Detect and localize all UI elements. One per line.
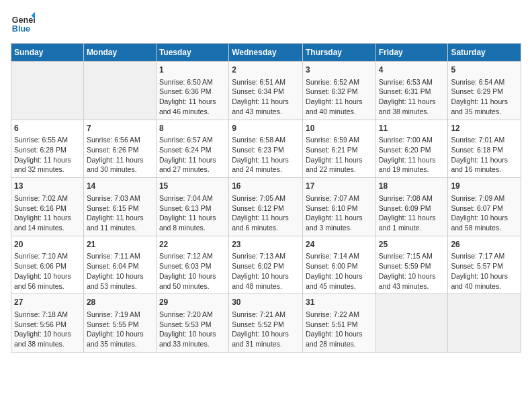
day-number: 18 — [379, 181, 445, 192]
day-info: Sunrise: 6:50 AMSunset: 6:36 PMDaylight:… — [159, 77, 226, 117]
calendar-cell: 16Sunrise: 7:05 AMSunset: 6:12 PMDayligh… — [229, 178, 303, 236]
day-info: Sunrise: 7:05 AMSunset: 6:12 PMDaylight:… — [232, 193, 300, 233]
day-number: 13 — [14, 181, 81, 192]
day-info: Sunrise: 7:17 AMSunset: 5:57 PMDaylight:… — [451, 251, 518, 291]
calendar-cell: 14Sunrise: 7:03 AMSunset: 6:15 PMDayligh… — [83, 178, 156, 236]
day-number: 3 — [306, 64, 373, 76]
calendar-cell — [11, 62, 84, 120]
day-number: 22 — [159, 239, 226, 250]
day-info: Sunrise: 7:02 AMSunset: 6:16 PMDaylight:… — [14, 193, 81, 233]
day-number: 27 — [14, 297, 81, 308]
day-info: Sunrise: 7:09 AMSunset: 6:07 PMDaylight:… — [451, 193, 518, 233]
day-info: Sunrise: 7:20 AMSunset: 5:53 PMDaylight:… — [159, 310, 226, 349]
day-info: Sunrise: 7:14 AMSunset: 6:00 PMDaylight:… — [306, 251, 373, 291]
day-info: Sunrise: 7:01 AMSunset: 6:18 PMDaylight:… — [451, 135, 518, 175]
day-number: 17 — [306, 181, 373, 192]
day-number: 4 — [379, 64, 445, 76]
day-info: Sunrise: 6:52 AMSunset: 6:32 PMDaylight:… — [306, 77, 373, 117]
calendar-cell: 25Sunrise: 7:15 AMSunset: 5:59 PMDayligh… — [375, 236, 448, 294]
logo: General Blue — [11, 11, 35, 35]
day-number: 1 — [159, 64, 226, 76]
calendar-cell: 5Sunrise: 6:54 AMSunset: 6:29 PMDaylight… — [448, 62, 521, 120]
calendar-cell — [83, 62, 156, 120]
day-number: 10 — [306, 123, 373, 134]
day-info: Sunrise: 6:59 AMSunset: 6:21 PMDaylight:… — [306, 135, 373, 175]
day-info: Sunrise: 6:53 AMSunset: 6:31 PMDaylight:… — [379, 77, 445, 117]
weekday-header-monday: Monday — [83, 44, 156, 62]
weekday-header-thursday: Thursday — [302, 44, 375, 62]
calendar-cell: 11Sunrise: 7:00 AMSunset: 6:20 PMDayligh… — [375, 120, 448, 178]
day-number: 28 — [87, 297, 153, 308]
calendar-cell: 13Sunrise: 7:02 AMSunset: 6:16 PMDayligh… — [11, 178, 84, 236]
day-number: 19 — [451, 181, 518, 192]
day-info: Sunrise: 7:18 AMSunset: 5:56 PMDaylight:… — [14, 310, 81, 349]
calendar-cell: 26Sunrise: 7:17 AMSunset: 5:57 PMDayligh… — [448, 236, 521, 294]
calendar-cell: 29Sunrise: 7:20 AMSunset: 5:53 PMDayligh… — [156, 294, 228, 353]
day-number: 23 — [232, 239, 300, 250]
day-info: Sunrise: 6:51 AMSunset: 6:34 PMDaylight:… — [232, 77, 300, 117]
day-info: Sunrise: 6:56 AMSunset: 6:26 PMDaylight:… — [87, 135, 153, 175]
day-info: Sunrise: 7:07 AMSunset: 6:10 PMDaylight:… — [306, 193, 373, 233]
day-info: Sunrise: 7:08 AMSunset: 6:09 PMDaylight:… — [379, 193, 445, 233]
calendar-cell: 15Sunrise: 7:04 AMSunset: 6:13 PMDayligh… — [156, 178, 228, 236]
calendar-cell: 2Sunrise: 6:51 AMSunset: 6:34 PMDaylight… — [229, 62, 303, 120]
calendar-cell: 18Sunrise: 7:08 AMSunset: 6:09 PMDayligh… — [375, 178, 448, 236]
day-info: Sunrise: 7:10 AMSunset: 6:06 PMDaylight:… — [14, 251, 81, 291]
day-info: Sunrise: 7:15 AMSunset: 5:59 PMDaylight:… — [379, 251, 445, 291]
day-number: 25 — [379, 239, 445, 250]
calendar-cell: 7Sunrise: 6:56 AMSunset: 6:26 PMDaylight… — [83, 120, 156, 178]
day-number: 24 — [306, 239, 373, 250]
day-number: 5 — [451, 64, 518, 76]
calendar-cell: 4Sunrise: 6:53 AMSunset: 6:31 PMDaylight… — [375, 62, 448, 120]
calendar-cell — [448, 294, 521, 353]
day-info: Sunrise: 7:22 AMSunset: 5:51 PMDaylight:… — [306, 310, 373, 349]
day-number: 11 — [379, 123, 445, 134]
day-number: 16 — [232, 181, 300, 192]
calendar-cell: 12Sunrise: 7:01 AMSunset: 6:18 PMDayligh… — [448, 120, 521, 178]
day-info: Sunrise: 7:04 AMSunset: 6:13 PMDaylight:… — [159, 193, 226, 233]
day-info: Sunrise: 7:19 AMSunset: 5:55 PMDaylight:… — [87, 310, 153, 349]
day-number: 20 — [14, 239, 81, 250]
day-number: 9 — [232, 123, 300, 134]
day-number: 26 — [451, 239, 518, 250]
calendar-cell: 20Sunrise: 7:10 AMSunset: 6:06 PMDayligh… — [11, 236, 84, 294]
calendar-cell: 28Sunrise: 7:19 AMSunset: 5:55 PMDayligh… — [83, 294, 156, 353]
day-number: 7 — [87, 123, 153, 134]
weekday-header-friday: Friday — [375, 44, 448, 62]
day-info: Sunrise: 7:11 AMSunset: 6:04 PMDaylight:… — [87, 251, 153, 291]
day-number: 29 — [159, 297, 226, 308]
day-number: 12 — [451, 123, 518, 134]
day-number: 8 — [159, 123, 226, 134]
day-number: 2 — [232, 64, 300, 76]
calendar-cell: 17Sunrise: 7:07 AMSunset: 6:10 PMDayligh… — [302, 178, 375, 236]
day-number: 14 — [87, 181, 153, 192]
day-number: 6 — [14, 123, 81, 134]
calendar-cell — [375, 294, 448, 353]
logo-icon: General Blue — [11, 11, 35, 35]
calendar-table: SundayMondayTuesdayWednesdayThursdayFrid… — [11, 43, 521, 353]
calendar-cell: 21Sunrise: 7:11 AMSunset: 6:04 PMDayligh… — [83, 236, 156, 294]
calendar-cell: 9Sunrise: 6:58 AMSunset: 6:23 PMDaylight… — [229, 120, 303, 178]
calendar-cell: 3Sunrise: 6:52 AMSunset: 6:32 PMDaylight… — [302, 62, 375, 120]
calendar-cell: 27Sunrise: 7:18 AMSunset: 5:56 PMDayligh… — [11, 294, 84, 353]
weekday-header-wednesday: Wednesday — [229, 44, 303, 62]
calendar-cell: 24Sunrise: 7:14 AMSunset: 6:00 PMDayligh… — [302, 236, 375, 294]
weekday-header-sunday: Sunday — [11, 44, 84, 62]
day-info: Sunrise: 6:55 AMSunset: 6:28 PMDaylight:… — [14, 135, 81, 175]
page-header: General Blue — [11, 11, 521, 35]
day-info: Sunrise: 7:12 AMSunset: 6:03 PMDaylight:… — [159, 251, 226, 291]
calendar-cell: 22Sunrise: 7:12 AMSunset: 6:03 PMDayligh… — [156, 236, 228, 294]
day-info: Sunrise: 7:13 AMSunset: 6:02 PMDaylight:… — [232, 251, 300, 291]
day-info: Sunrise: 7:00 AMSunset: 6:20 PMDaylight:… — [379, 135, 445, 175]
calendar-cell: 31Sunrise: 7:22 AMSunset: 5:51 PMDayligh… — [302, 294, 375, 353]
weekday-header-tuesday: Tuesday — [156, 44, 228, 62]
day-info: Sunrise: 6:57 AMSunset: 6:24 PMDaylight:… — [159, 135, 226, 175]
day-number: 31 — [306, 297, 373, 308]
calendar-cell: 19Sunrise: 7:09 AMSunset: 6:07 PMDayligh… — [448, 178, 521, 236]
day-info: Sunrise: 7:03 AMSunset: 6:15 PMDaylight:… — [87, 193, 153, 233]
day-info: Sunrise: 7:21 AMSunset: 5:52 PMDaylight:… — [232, 310, 300, 349]
day-number: 15 — [159, 181, 226, 192]
calendar-cell: 1Sunrise: 6:50 AMSunset: 6:36 PMDaylight… — [156, 62, 228, 120]
calendar-cell: 8Sunrise: 6:57 AMSunset: 6:24 PMDaylight… — [156, 120, 228, 178]
day-number: 21 — [87, 239, 153, 250]
